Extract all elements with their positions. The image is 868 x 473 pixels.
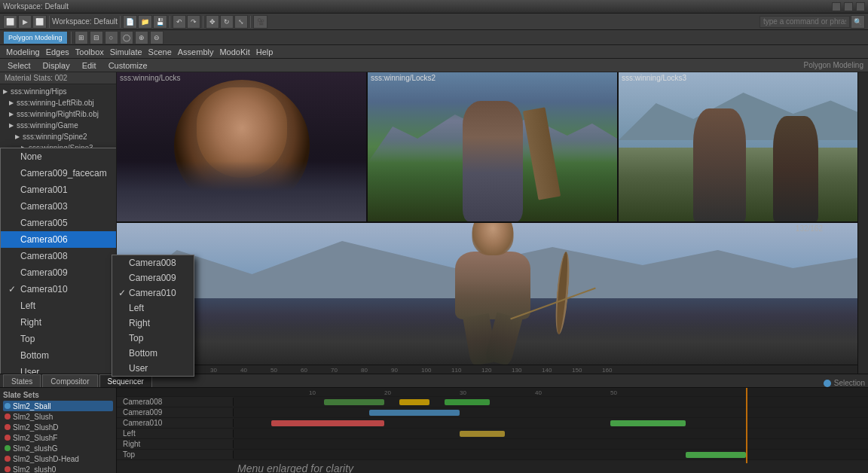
cam-003[interactable]: Camera003	[1, 198, 117, 215]
right-strip	[857, 72, 868, 374]
mode-polygon[interactable]: Polygon Modeling	[3, 31, 68, 44]
cam-009[interactable]: Camera009	[1, 264, 117, 281]
main-viewport[interactable]: 132/162	[117, 223, 868, 365]
tb-redo[interactable]: ↷	[187, 15, 200, 29]
state-item-1[interactable]: Slm2_Slush	[3, 411, 113, 422]
state-item-4[interactable]: Slm2_slushG	[3, 443, 113, 453]
selection-text: Selection	[834, 379, 865, 387]
tree-label-1: sss:winning-LeftRib.obj	[17, 99, 94, 107]
menu-modokit[interactable]: ModoKit	[216, 47, 252, 57]
ruler-30: 30	[460, 389, 466, 396]
menu-modeling[interactable]: Modeling	[3, 47, 43, 57]
sec-cam-user[interactable]: User	[112, 361, 194, 376]
cam-009facecam[interactable]: Camera009_facecam	[1, 165, 117, 182]
kf-1a	[324, 399, 384, 405]
tree-item-2[interactable]: ▶ sss:winning/RightRib.obj	[0, 108, 116, 120]
viewport-top-mid[interactable]: sss:winning/Locks2	[368, 72, 619, 221]
seq-bar-4[interactable]	[234, 429, 868, 438]
tb-camera[interactable]: 🎥	[253, 15, 267, 29]
cam-010[interactable]: ✓ Camera010	[1, 281, 117, 298]
tb-deselect[interactable]: ⊟	[90, 31, 103, 44]
tb-rotate[interactable]: ↻	[220, 15, 234, 29]
char-head	[472, 223, 513, 255]
sec-cam-right[interactable]: Right	[112, 316, 194, 331]
tree-item-4[interactable]: ▶ sss:winning/Spine2	[0, 131, 116, 142]
state-item-6[interactable]: Slm2_slush0	[3, 464, 113, 473]
dot-4	[5, 445, 11, 451]
menu-toolbox[interactable]: Toolbox	[72, 47, 107, 57]
tb-shrink[interactable]: ⊖	[150, 31, 164, 44]
search-btn[interactable]: 🔍	[851, 15, 865, 29]
cam-left[interactable]: Left	[1, 298, 117, 314]
menu-help[interactable]: Help	[253, 47, 277, 57]
seq-bar-5[interactable]	[234, 439, 868, 449]
tb-ring[interactable]: ◯	[120, 31, 133, 44]
sub-edit[interactable]: Edit	[79, 60, 99, 71]
sec-label-user: User	[129, 363, 148, 374]
sub-select[interactable]: Select	[5, 60, 34, 71]
tb-select-all[interactable]: ⊞	[75, 31, 88, 44]
sec-cam-left[interactable]: Left	[112, 301, 194, 316]
left-panel-header: Material Stats: 002	[0, 72, 116, 84]
menu-simulate[interactable]: Simulate	[107, 47, 145, 57]
kf-1c	[445, 399, 490, 405]
tab-compositor[interactable]: Compositor	[42, 374, 97, 387]
tree-item-0[interactable]: ▶ sss:winning/Hips	[0, 86, 116, 97]
tb-scale[interactable]: ⤡	[234, 15, 248, 29]
tb-loop[interactable]: ○	[105, 31, 118, 44]
minimize-btn[interactable]	[832, 2, 841, 11]
tb-btn-2[interactable]: ▶	[18, 15, 32, 29]
cam-none[interactable]: None	[1, 148, 117, 165]
sec-cam-bottom[interactable]: Bottom	[112, 346, 194, 361]
window-controls[interactable]	[832, 2, 865, 11]
sub-customize[interactable]: Customize	[105, 60, 151, 71]
cam-right[interactable]: Right	[1, 314, 117, 331]
maximize-btn[interactable]	[844, 2, 853, 11]
close-btn[interactable]	[856, 2, 865, 11]
tick-70: 70	[331, 367, 361, 374]
tab-states[interactable]: States	[3, 374, 41, 387]
tb-btn-1[interactable]: ⬜	[3, 15, 17, 29]
tb-new[interactable]: 📄	[123, 15, 137, 29]
tb-save[interactable]: 💾	[153, 15, 167, 29]
menu-scene[interactable]: Scene	[145, 47, 175, 57]
menu-assembly[interactable]: Assembly	[175, 47, 217, 57]
state-item-0[interactable]: Slm2_Sball	[3, 401, 113, 411]
sec-cam-008[interactable]: Camera008	[112, 255, 194, 270]
seq-bar-3[interactable]	[234, 418, 868, 428]
seq-bar-2[interactable]	[234, 407, 868, 417]
viewport-top-left[interactable]: sss:winning/Locks	[117, 72, 368, 221]
sec-cam-top[interactable]: Top	[112, 331, 194, 346]
cam-top[interactable]: Top	[1, 331, 117, 347]
sec-cam-010[interactable]: ✓ Camera010	[112, 285, 194, 301]
sec-cam-009[interactable]: Camera009	[112, 270, 194, 285]
state-item-3[interactable]: Slm2_SlushF	[3, 432, 113, 443]
sub-display[interactable]: Display	[40, 60, 73, 71]
viewport-tr-label: sss:winning/Locks3	[622, 74, 686, 82]
cam-001[interactable]: Camera001	[1, 182, 117, 198]
state-item-5[interactable]: Slm2_SlushD-Head	[3, 453, 113, 464]
cam-005[interactable]: Camera005	[1, 215, 117, 231]
tick-40: 40	[240, 367, 270, 374]
menu-edges[interactable]: Edges	[43, 47, 72, 57]
cam-label-005: Camera005	[20, 218, 68, 228]
cam-bottom[interactable]: Bottom	[1, 347, 117, 364]
tb-grow[interactable]: ⊕	[135, 31, 148, 44]
cam-006[interactable]: Camera006	[1, 231, 117, 248]
tree-item-3[interactable]: ▶ sss:winning/Game	[0, 120, 116, 131]
tb-btn-3[interactable]: ⬜	[32, 15, 47, 29]
state-item-2[interactable]: Slm2_SlushD	[3, 422, 113, 432]
tb-open[interactable]: 📁	[138, 15, 152, 29]
tree-item-1[interactable]: ▶ sss:winning-LeftRib.obj	[0, 97, 116, 108]
tb-undo[interactable]: ↶	[173, 15, 186, 29]
ruler-10: 10	[309, 389, 316, 396]
search-input[interactable]	[760, 16, 850, 28]
viewport-top-right[interactable]: sss:winning/Locks3	[619, 72, 868, 221]
seq-bar-6[interactable]	[234, 450, 868, 459]
char-main-body	[417, 229, 568, 365]
seq-bar-1[interactable]	[234, 397, 868, 407]
cam-008[interactable]: Camera008	[1, 248, 117, 264]
cam-user[interactable]: User	[1, 364, 117, 374]
kf-6a	[686, 452, 746, 458]
tb-move[interactable]: ✥	[206, 15, 219, 29]
